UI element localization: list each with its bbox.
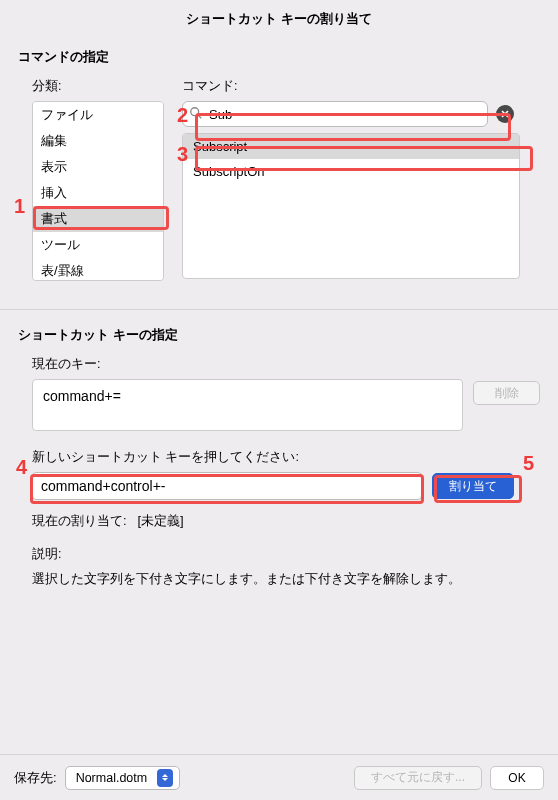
list-item[interactable]: ファイル: [33, 102, 163, 128]
command-listbox[interactable]: SubscriptSubscriptOn: [182, 133, 520, 279]
list-item[interactable]: Subscript: [183, 134, 519, 159]
section-command-header: コマンドの指定: [18, 48, 540, 66]
clear-search-icon[interactable]: [496, 105, 514, 123]
search-icon: [189, 106, 203, 120]
footer: 保存先: Normal.dotm すべて元に戻す... OK: [0, 754, 558, 800]
save-select-value: Normal.dotm: [76, 771, 148, 785]
category-label: 分類:: [32, 78, 164, 95]
divider: [0, 309, 558, 310]
current-assign-label: 現在の割り当て:: [32, 513, 127, 528]
list-item[interactable]: 挿入: [33, 180, 163, 206]
list-item[interactable]: 表/罫線: [33, 258, 163, 281]
dialog-title: ショートカット キーの割り当て: [0, 0, 558, 42]
desc-label: 説明:: [18, 546, 540, 563]
list-item[interactable]: 書式: [33, 206, 163, 232]
current-key-value: command+=: [43, 388, 121, 404]
desc-text: 選択した文字列を下付き文字にします。または下付き文字を解除します。: [18, 569, 540, 589]
svg-point-0: [191, 108, 199, 116]
current-key-box[interactable]: command+=: [32, 379, 463, 431]
section-shortcut-header: ショートカット キーの指定: [18, 326, 540, 344]
list-item[interactable]: SubscriptOn: [183, 159, 519, 184]
list-item[interactable]: ツール: [33, 232, 163, 258]
current-key-label: 現在のキー:: [18, 356, 540, 373]
save-label: 保存先:: [14, 769, 57, 787]
command-label: コマンド:: [182, 78, 520, 95]
category-listbox[interactable]: ファイル編集表示挿入書式ツール表/罫線: [32, 101, 164, 281]
assign-button[interactable]: 割り当て: [432, 473, 514, 499]
current-assign-value: [未定義]: [137, 513, 183, 528]
command-search-input[interactable]: [182, 101, 488, 127]
svg-line-1: [198, 115, 202, 119]
newkey-input[interactable]: [32, 472, 422, 500]
ok-button[interactable]: OK: [490, 766, 544, 790]
current-assignment-row: 現在の割り当て: [未定義]: [18, 512, 540, 530]
list-item[interactable]: 表示: [33, 154, 163, 180]
delete-button[interactable]: 削除: [473, 381, 540, 405]
select-arrow-icon: [157, 769, 173, 787]
list-item[interactable]: 編集: [33, 128, 163, 154]
reset-all-button[interactable]: すべて元に戻す...: [354, 766, 482, 790]
newkey-label: 新しいショートカット キーを押してください:: [18, 449, 540, 466]
save-select[interactable]: Normal.dotm: [65, 766, 181, 790]
